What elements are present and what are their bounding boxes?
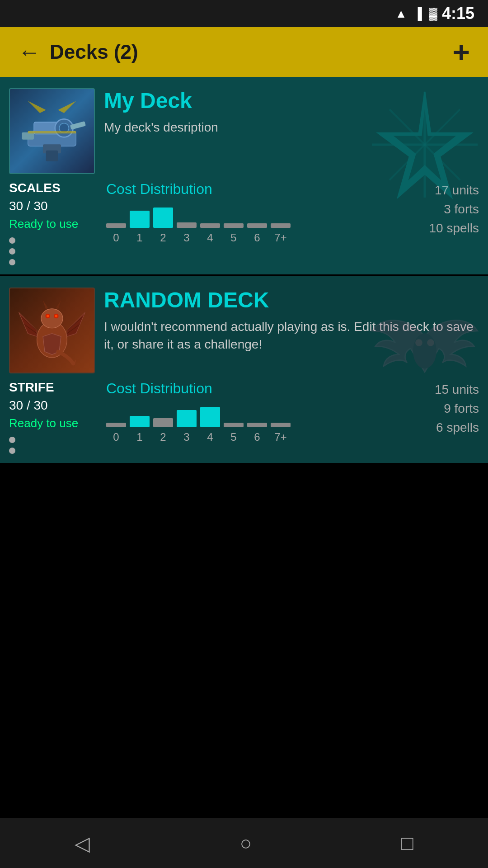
- back-icon: ←: [18, 39, 41, 65]
- cost-bar-r1: [130, 416, 150, 427]
- emblem-background: [366, 86, 483, 203]
- deck-image-my-deck[interactable]: [9, 88, 95, 174]
- star-emblem-icon: [366, 86, 483, 203]
- cost-bar-6: [247, 223, 267, 228]
- svg-point-23: [55, 315, 57, 317]
- cost-bar-r6: [247, 423, 267, 427]
- deck-faction-my-deck: SCALES: [9, 181, 106, 195]
- deck-spells-my-deck: 10 spells: [393, 221, 479, 236]
- deck-status-random-deck: Ready to use: [9, 416, 106, 430]
- status-time: 4:15: [442, 4, 474, 23]
- deck-card-random-deck[interactable]: RANDOM DECK I wouldn't recommend actuall…: [0, 276, 488, 465]
- deck-card-my-deck[interactable]: My Deck My deck's desription SCALES 30 /…: [0, 77, 488, 276]
- cost-bars-random-deck: [106, 402, 393, 427]
- cost-bar-7: [271, 223, 291, 228]
- dot-r2: [9, 448, 15, 454]
- toolbar-title: Decks (2): [50, 41, 448, 63]
- cost-bar-0: [106, 223, 126, 228]
- nav-back-button[interactable]: ◁: [75, 832, 90, 855]
- cost-bar-4: [200, 223, 220, 228]
- cost-label-5: 5: [224, 231, 244, 244]
- dot-3: [9, 259, 15, 265]
- cost-bar-r3: [177, 410, 197, 427]
- nav-home-button[interactable]: ○: [239, 832, 252, 854]
- cost-rlabel-1: 1: [130, 431, 150, 443]
- cost-rlabel-7: 7+: [271, 431, 291, 443]
- cost-bar-r5: [224, 423, 244, 427]
- svg-point-17: [427, 339, 434, 346]
- wifi-icon: ▲: [395, 7, 407, 21]
- back-button[interactable]: ←: [14, 34, 45, 70]
- deck-meta-random-deck: STRIFE 30 / 30 Ready to use: [9, 380, 106, 454]
- dot-1: [9, 237, 15, 244]
- deck-count-random-deck: 30 / 30: [9, 398, 106, 413]
- cost-bar-5: [224, 223, 244, 228]
- cost-section-random-deck: Cost Distribution 0 1 2 3 4: [106, 380, 393, 443]
- svg-point-16: [415, 339, 422, 346]
- deck-faction-random-deck: STRIFE: [9, 380, 106, 395]
- cost-bar-r2: [153, 418, 173, 427]
- cost-label-2: 2: [153, 231, 173, 244]
- cost-bar-3: [177, 222, 197, 228]
- cost-labels-my-deck: 0 1 2 3 4 5 6 7+: [106, 231, 393, 244]
- signal-icon: ▐: [414, 7, 422, 21]
- status-bar: ▲ ▐ ▓ 4:15: [0, 0, 488, 27]
- cost-rlabel-6: 6: [247, 431, 267, 443]
- svg-rect-13: [46, 151, 58, 161]
- deck-list: My Deck My deck's desription SCALES 30 /…: [0, 77, 488, 465]
- cost-label-6: 6: [247, 231, 267, 244]
- cost-label-4: 4: [200, 231, 220, 244]
- cost-label-1: 1: [130, 231, 150, 244]
- svg-point-15: [413, 333, 436, 368]
- deck-forts-my-deck: 3 forts: [393, 202, 479, 217]
- emblem-background-2: [366, 290, 483, 407]
- svg-point-19: [41, 309, 63, 328]
- cost-label-0: 0: [106, 231, 126, 244]
- nav-recent-button[interactable]: □: [401, 832, 413, 854]
- toolbar: ← Decks (2) +: [0, 27, 488, 77]
- cost-rlabel-5: 5: [224, 431, 244, 443]
- cost-bar-r0: [106, 423, 126, 427]
- nav-back-icon: ◁: [75, 832, 90, 854]
- battery-icon: ▓: [429, 7, 437, 21]
- strife-deck-image: [16, 294, 88, 367]
- cost-label-7: 7+: [271, 231, 291, 244]
- cost-rlabel-4: 4: [200, 431, 220, 443]
- cost-bars-my-deck: [106, 203, 393, 228]
- deck-spells-random-deck: 6 spells: [393, 420, 479, 435]
- add-deck-button[interactable]: +: [448, 33, 474, 71]
- cost-labels-random-deck: 0 1 2 3 4 5 6 7+: [106, 431, 393, 443]
- deck-image-random-deck[interactable]: [9, 288, 95, 373]
- bat-emblem-icon: [366, 290, 483, 407]
- cost-section-my-deck: Cost Distribution 0 1 2 3 4: [106, 181, 393, 244]
- svg-rect-14: [28, 131, 76, 133]
- cost-title-my-deck: Cost Distribution: [106, 181, 393, 198]
- cost-title-random-deck: Cost Distribution: [106, 380, 393, 397]
- deck-meta-my-deck: SCALES 30 / 30 Ready to use: [9, 181, 106, 265]
- dot-r1: [9, 437, 15, 443]
- deck-status-my-deck: Ready to use: [9, 217, 106, 231]
- cost-bar-1: [130, 211, 150, 228]
- cost-rlabel-3: 3: [177, 431, 197, 443]
- deck-dots-my-deck: [9, 237, 106, 265]
- cost-label-3: 3: [177, 231, 197, 244]
- nav-recent-icon: □: [401, 832, 413, 854]
- cost-rlabel-2: 2: [153, 431, 173, 443]
- cost-bar-r7: [271, 423, 291, 427]
- add-icon: +: [452, 35, 470, 69]
- dot-2: [9, 248, 15, 255]
- cost-rlabel-0: 0: [106, 431, 126, 443]
- svg-rect-11: [70, 121, 86, 130]
- bottom-nav: ◁ ○ □: [0, 818, 488, 868]
- svg-point-22: [47, 315, 49, 317]
- deck-dots-random-deck: [9, 437, 106, 454]
- nav-home-icon: ○: [239, 832, 252, 854]
- deck-count-my-deck: 30 / 30: [9, 199, 106, 213]
- cost-bar-r4: [200, 407, 220, 427]
- scales-deck-image: [16, 95, 88, 167]
- cost-bar-2: [153, 208, 173, 228]
